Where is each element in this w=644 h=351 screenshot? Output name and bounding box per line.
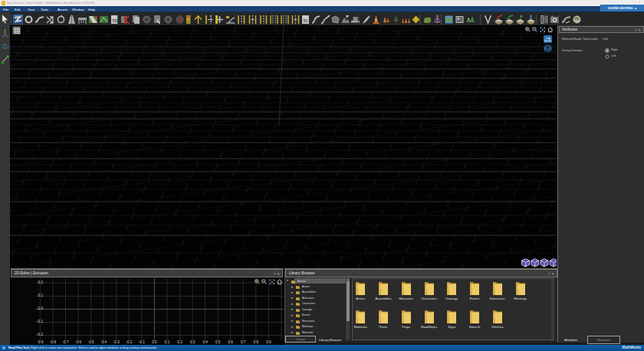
svg-text:50: 50 [303, 18, 307, 23]
